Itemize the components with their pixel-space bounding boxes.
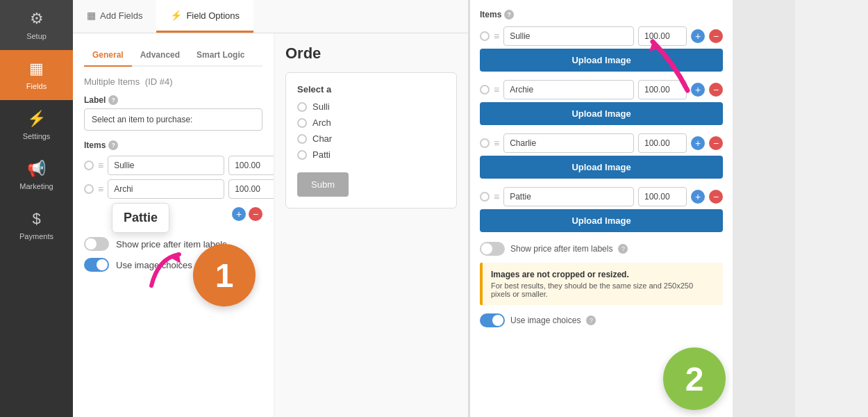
show-price-toggle[interactable] (84, 237, 109, 251)
pattie-tooltip-area: Pattie + − (84, 203, 262, 233)
use-image-label-right: Use image choices (510, 316, 581, 325)
add-item-pattie-button[interactable]: + (232, 207, 246, 221)
payments-icon: $ (32, 210, 40, 228)
add-r-pattie-button[interactable]: + (691, 190, 705, 204)
drag-handle-sullie[interactable]: ≡ (98, 160, 103, 171)
sidebar-item-payments[interactable]: $ Payments (0, 200, 73, 250)
pink-arrow-2 (632, 35, 694, 97)
sidebar-item-fields[interactable]: ▦ Fields (0, 50, 73, 100)
right-panel: Items ? ≡ + − Upload Image ≡ + − (469, 0, 733, 417)
sidebar-label-fields: Fields (26, 82, 47, 90)
item-name-archie[interactable] (108, 179, 224, 199)
item-radio-r-charlie[interactable] (480, 138, 490, 148)
list-item: Sulli (297, 101, 445, 112)
use-image-toggle[interactable] (84, 258, 109, 272)
item-radio-r-pattie[interactable] (480, 192, 490, 202)
list-item: Arch (297, 117, 445, 128)
tab-field-options[interactable]: ⚡ Field Options (156, 0, 253, 33)
preview-panel: Orde Select a Sulli Arch Char (274, 33, 468, 417)
notice-body: For best results, they should be the sam… (491, 281, 715, 298)
field-title: Multiple Items (ID #4) (84, 76, 262, 87)
list-item: ≡ + − Upload Image (480, 133, 723, 179)
preview-select-label: Select a (297, 84, 445, 95)
preview-radio-2[interactable] (297, 134, 307, 144)
use-image-row-right: Use image choices ? (480, 313, 723, 327)
step-number-1: 1 (193, 244, 256, 306)
main-area: ▦ Add Fields ⚡ Field Options General Adv… (73, 0, 868, 417)
right-items-header: Items ? (480, 10, 723, 19)
add-r-charlie-button[interactable]: + (691, 136, 705, 150)
item-radio-sullie[interactable] (84, 161, 94, 170)
tab-bar: ▦ Add Fields ⚡ Field Options (73, 0, 468, 33)
item-price-archie[interactable] (228, 179, 274, 199)
upload-image-charlie-button[interactable]: Upload Image (480, 156, 723, 179)
item-radio-r-archie[interactable] (480, 85, 490, 95)
fields-icon: ▦ (29, 60, 44, 78)
step-number-2: 2 (663, 348, 726, 410)
preview-title: Orde (285, 44, 457, 63)
item-radio-r-sullie[interactable] (480, 31, 490, 41)
item-block-row-charlie: ≡ + − (480, 133, 723, 153)
sidebar-item-setup[interactable]: ⚙ Setup (0, 0, 73, 50)
item-radio-archie[interactable] (84, 184, 94, 194)
tab-add-fields-label: Add Fields (100, 10, 142, 21)
item-name-r-pattie[interactable] (503, 187, 634, 206)
far-right-panel (733, 0, 795, 417)
list-item: ≡ + − (84, 179, 262, 199)
item-name-r-charlie[interactable] (503, 133, 634, 153)
drag-handle-archie[interactable]: ≡ (98, 183, 103, 195)
remove-r-pattie-button[interactable]: − (709, 190, 723, 204)
use-image-toggle-right[interactable] (480, 313, 505, 327)
item-price-sullie[interactable] (228, 156, 274, 175)
sidebar-label-payments: Payments (19, 232, 53, 240)
pattie-tooltip: Pattie (112, 203, 169, 233)
preview-submit-button[interactable]: Subm (297, 172, 349, 197)
item-name-r-archie[interactable] (503, 80, 634, 99)
list-item: Char (297, 133, 445, 144)
remove-item-pattie-button[interactable]: − (249, 207, 262, 221)
show-price-toggle-right[interactable] (480, 242, 505, 256)
item-price-r-pattie[interactable] (638, 187, 687, 206)
show-price-help-icon[interactable]: ? (618, 244, 628, 254)
drag-r-charlie[interactable]: ≡ (494, 138, 499, 149)
use-image-help-icon[interactable]: ? (586, 316, 596, 325)
sub-tabs: General Advanced Smart Logic (84, 44, 262, 67)
label-input[interactable] (84, 108, 262, 131)
pink-arrow-1 (144, 251, 186, 293)
drag-r-pattie[interactable]: ≡ (494, 191, 499, 202)
upload-image-archie-button[interactable]: Upload Image (480, 102, 723, 125)
preview-radio-3[interactable] (297, 150, 307, 160)
item-name-sullie[interactable] (108, 156, 224, 175)
list-item: ≡ + − Upload Image (480, 187, 723, 232)
notice-title: Images are not cropped or resized. (491, 270, 715, 279)
remove-r-archie-button[interactable]: − (709, 83, 723, 97)
sub-tab-advanced[interactable]: Advanced (132, 44, 188, 67)
label-field-label: Label ? (84, 95, 262, 105)
item-name-r-sullie[interactable] (503, 26, 634, 46)
sidebar-label-settings: Settings (23, 132, 51, 140)
sub-tab-general[interactable]: General (84, 44, 132, 67)
preview-radio-0[interactable] (297, 102, 307, 112)
sidebar-item-settings[interactable]: ⚡ Settings (0, 100, 73, 150)
preview-radio-1[interactable] (297, 118, 307, 128)
item-price-r-charlie[interactable] (638, 133, 687, 153)
form-editor: General Advanced Smart Logic Multiple It… (73, 33, 274, 417)
left-panel: ▦ Add Fields ⚡ Field Options General Adv… (73, 0, 469, 417)
show-price-label-right: Show price after item labels (510, 244, 612, 254)
drag-r-sullie[interactable]: ≡ (494, 31, 499, 42)
right-items-help-icon[interactable]: ? (504, 10, 514, 19)
field-options-icon: ⚡ (170, 10, 182, 21)
sidebar-item-marketing[interactable]: 📢 Marketing (0, 150, 73, 200)
label-help-icon[interactable]: ? (108, 95, 118, 105)
tab-add-fields[interactable]: ▦ Add Fields (73, 0, 156, 33)
sidebar-label-setup: Setup (26, 32, 47, 40)
sidebar: ⚙ Setup ▦ Fields ⚡ Settings 📢 Marketing … (0, 0, 73, 417)
preview-form-box: Select a Sulli Arch Char (285, 72, 457, 208)
remove-r-charlie-button[interactable]: − (709, 136, 723, 150)
list-item: ≡ + − (84, 156, 262, 175)
sub-tab-smart-logic[interactable]: Smart Logic (188, 44, 253, 67)
remove-r-sullie-button[interactable]: − (709, 29, 723, 43)
items-help-icon[interactable]: ? (108, 140, 118, 150)
upload-image-pattie-button[interactable]: Upload Image (480, 209, 723, 232)
drag-r-archie[interactable]: ≡ (494, 84, 499, 95)
